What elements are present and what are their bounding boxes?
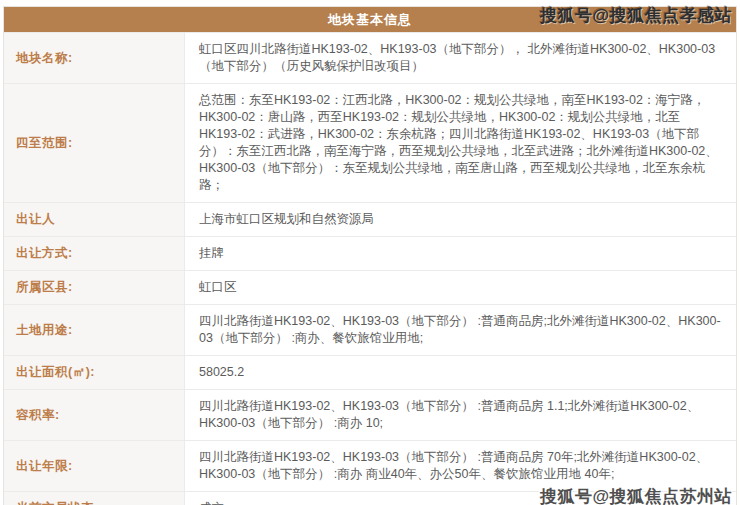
row-label-parcel-name: 地块名称: <box>4 33 185 83</box>
row-label-district: 所属区县: <box>4 271 185 304</box>
row-label-transaction-status: 当前交易状态: <box>4 492 185 505</box>
table-row: 出让人 上海市虹口区规划和自然资源局 <box>4 202 736 236</box>
row-label-plot-ratio: 容积率: <box>4 390 185 440</box>
table-row: 容积率: 四川北路街道HK193-02、HK193-03（地下部分） :普通商品… <box>4 389 736 440</box>
row-value-transfer-area: 58025.2 <box>185 356 736 389</box>
row-value-land-use: 四川北路街道HK193-02、HK193-03（地下部分） :普通商品房;北外滩… <box>185 305 736 355</box>
table-title: 地块基本信息 <box>4 7 736 32</box>
row-value-transfer-term: 四川北路街道HK193-02、HK193-03（地下部分） :普通商品房 70年… <box>185 441 736 491</box>
row-value-transfer-method: 挂牌 <box>185 237 736 270</box>
table-row: 所属区县: 虹口区 <box>4 270 736 304</box>
row-value-plot-ratio: 四川北路街道HK193-02、HK193-03（地下部分） :普通商品房 1.1… <box>185 390 736 440</box>
table-row: 四至范围: 总范围：东至HK193-02：江西北路，HK300-02：规划公共绿… <box>4 83 736 202</box>
table-row: 出让方式: 挂牌 <box>4 236 736 270</box>
row-label-transfer-method: 出让方式: <box>4 237 185 270</box>
table-row: 当前交易状态: 成交 <box>4 491 736 505</box>
row-label-transferor: 出让人 <box>4 203 185 236</box>
row-label-transfer-area: 出让面积(㎡): <box>4 356 185 389</box>
table-row: 地块名称: 虹口区四川北路街道HK193-02、HK193-03（地下部分）， … <box>4 32 736 83</box>
row-label-boundaries: 四至范围: <box>4 84 185 202</box>
row-value-parcel-name: 虹口区四川北路街道HK193-02、HK193-03（地下部分）， 北外滩街道H… <box>185 33 736 83</box>
row-value-transaction-status: 成交 <box>185 492 736 505</box>
table-row: 土地用途: 四川北路街道HK193-02、HK193-03（地下部分） :普通商… <box>4 304 736 355</box>
table-row: 出让面积(㎡): 58025.2 <box>4 355 736 389</box>
row-label-transfer-term: 出让年限: <box>4 441 185 491</box>
row-value-boundaries: 总范围：东至HK193-02：江西北路，HK300-02：规划公共绿地，南至HK… <box>185 84 736 202</box>
land-info-table: 地块基本信息 地块名称: 虹口区四川北路街道HK193-02、HK193-03（… <box>3 6 737 505</box>
row-value-district: 虹口区 <box>185 271 736 304</box>
row-value-transferor: 上海市虹口区规划和自然资源局 <box>185 203 736 236</box>
row-label-land-use: 土地用途: <box>4 305 185 355</box>
table-row: 出让年限: 四川北路街道HK193-02、HK193-03（地下部分） :普通商… <box>4 440 736 491</box>
